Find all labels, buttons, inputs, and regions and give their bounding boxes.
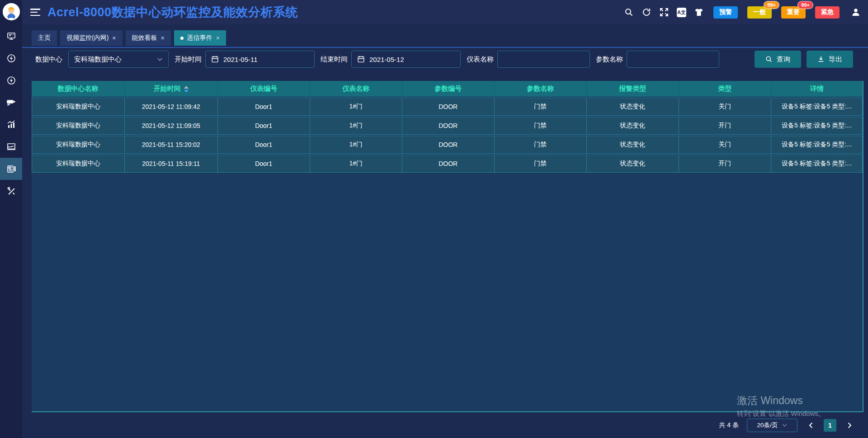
- table-row: 安科瑞数据中心2021-05-12 11:09:05Door11#门DOOR门禁…: [32, 117, 863, 135]
- events-table-panel: 数据中心名称 开始时间 仪表编号 仪表名称 参数编号 参数名称 报警类型 类型 …: [32, 81, 863, 412]
- sidebar-item-energy[interactable]: [0, 47, 22, 69]
- tab-energy-board[interactable]: 能效看板 ×: [126, 30, 171, 46]
- sidebar: [0, 0, 22, 438]
- menu-toggle-icon[interactable]: [30, 9, 40, 16]
- trend-report-icon: [6, 142, 16, 152]
- search-icon: [765, 56, 773, 63]
- search-icon[interactable]: [624, 7, 634, 17]
- end-date-input[interactable]: 2021-05-12: [351, 51, 461, 68]
- alarm-badge-general[interactable]: 一般 99+: [747, 6, 772, 19]
- sidebar-item-events[interactable]: [0, 158, 22, 180]
- param-name-input[interactable]: [627, 51, 719, 68]
- energy-analysis-icon: [6, 75, 16, 85]
- tab-bar: 主页 视频监控(内网) × 能效看板 × 遥信事件 ×: [22, 24, 868, 48]
- datacenter-select[interactable]: 安科瑞数据中心: [68, 51, 169, 68]
- refresh-icon[interactable]: [642, 7, 651, 17]
- monitor-dashboard-icon: [6, 31, 16, 41]
- energy-monitor-icon: [6, 53, 16, 63]
- page-number-button[interactable]: 1: [824, 419, 836, 432]
- topbar: Acrel-8000数据中心动环监控及能效分析系统 A文 预警 一般 99+ 重…: [22, 0, 868, 24]
- export-button[interactable]: 导出: [807, 51, 853, 68]
- sidebar-item-video[interactable]: [0, 91, 22, 113]
- tab-video-monitor[interactable]: 视频监控(内网) ×: [60, 30, 123, 46]
- sidebar-item-settings[interactable]: [0, 180, 22, 202]
- table-row: 安科瑞数据中心2021-05-12 11:09:42Door11#门DOOR门禁…: [32, 98, 863, 116]
- sort-icon[interactable]: [184, 86, 189, 93]
- close-icon[interactable]: ×: [216, 35, 220, 41]
- search-button[interactable]: 查询: [755, 51, 801, 68]
- translate-icon[interactable]: A文: [677, 8, 686, 17]
- sidebar-item-monitor[interactable]: [0, 25, 22, 47]
- tab-home[interactable]: 主页: [32, 30, 57, 46]
- table-row: 安科瑞数据中心2021-05-11 15:19:11Door11#门DOOR门禁…: [32, 155, 863, 173]
- event-log-icon: [6, 164, 16, 174]
- prev-page-button[interactable]: [806, 419, 816, 432]
- bar-chart-icon: [6, 120, 16, 130]
- close-icon[interactable]: ×: [112, 35, 116, 41]
- col-meter-name: 仪表名称: [310, 81, 402, 97]
- filter-bar: 数据中心 安科瑞数据中心 开始时间 2021-05-11 结束时间 2021-0…: [22, 48, 868, 71]
- sort-desc-icon[interactable]: [184, 90, 189, 93]
- col-param-name: 参数名称: [495, 81, 587, 97]
- count-badge: 99+: [798, 1, 813, 9]
- alarm-badge-warning[interactable]: 预警: [713, 6, 738, 19]
- theme-shirt-icon[interactable]: [694, 7, 704, 17]
- cctv-camera-icon: [6, 98, 16, 108]
- end-time-label: 结束时间: [321, 55, 348, 64]
- close-icon[interactable]: ×: [161, 35, 165, 41]
- user-icon[interactable]: [851, 7, 861, 17]
- chevron-down-icon: [782, 424, 787, 427]
- page-size-select[interactable]: 20条/页: [747, 419, 797, 432]
- sidebar-item-statistics[interactable]: [0, 113, 22, 136]
- download-icon: [817, 56, 825, 63]
- alarm-badge-urgent[interactable]: 紧急: [815, 6, 840, 19]
- meter-name-label: 仪表名称: [467, 55, 494, 64]
- calendar-icon: [357, 55, 365, 63]
- meter-name-input[interactable]: [497, 51, 590, 68]
- active-dot-icon: [180, 37, 184, 40]
- calendar-icon: [211, 55, 219, 63]
- param-name-label: 参数名称: [596, 55, 623, 64]
- col-param-id: 参数编号: [402, 81, 495, 97]
- events-table: 数据中心名称 开始时间 仪表编号 仪表名称 参数编号 参数名称 报警类型 类型 …: [32, 80, 863, 174]
- chevron-down-icon: [157, 57, 163, 61]
- fullscreen-icon[interactable]: [659, 7, 669, 17]
- worker-avatar-icon: [3, 3, 20, 20]
- tools-icon: [6, 186, 16, 196]
- chevron-right-icon: [848, 422, 852, 429]
- alarm-badge-important[interactable]: 重要 99+: [781, 6, 806, 19]
- next-page-button[interactable]: [844, 419, 854, 432]
- table-row: 安科瑞数据中心2021-05-11 15:20:02Door11#门DOOR门禁…: [32, 136, 863, 154]
- pagination-bar: 共 4 条 20条/页 1: [22, 412, 868, 438]
- col-start-time[interactable]: 开始时间: [125, 81, 218, 97]
- col-detail: 详情: [771, 81, 863, 97]
- tab-remote-events[interactable]: 遥信事件 ×: [174, 30, 226, 46]
- col-meter-id: 仪表编号: [218, 81, 310, 97]
- user-avatar[interactable]: [3, 3, 20, 20]
- app-title: Acrel-8000数据中心动环监控及能效分析系统: [47, 4, 298, 20]
- col-type: 类型: [679, 81, 771, 97]
- sidebar-item-trend[interactable]: [0, 136, 22, 158]
- start-time-label: 开始时间: [175, 55, 202, 64]
- table-header-row: 数据中心名称 开始时间 仪表编号 仪表名称 参数编号 参数名称 报警类型 类型 …: [32, 81, 863, 97]
- col-datacenter: 数据中心名称: [32, 81, 125, 97]
- datacenter-label: 数据中心: [35, 55, 62, 64]
- col-alarm-type: 报警类型: [587, 81, 679, 97]
- count-badge: 99+: [764, 1, 779, 9]
- chevron-left-icon: [809, 422, 813, 429]
- start-date-input[interactable]: 2021-05-11: [205, 51, 315, 68]
- total-count: 共 4 条: [719, 421, 739, 429]
- sidebar-item-energy-analysis[interactable]: [0, 69, 22, 91]
- sort-asc-icon[interactable]: [184, 86, 189, 89]
